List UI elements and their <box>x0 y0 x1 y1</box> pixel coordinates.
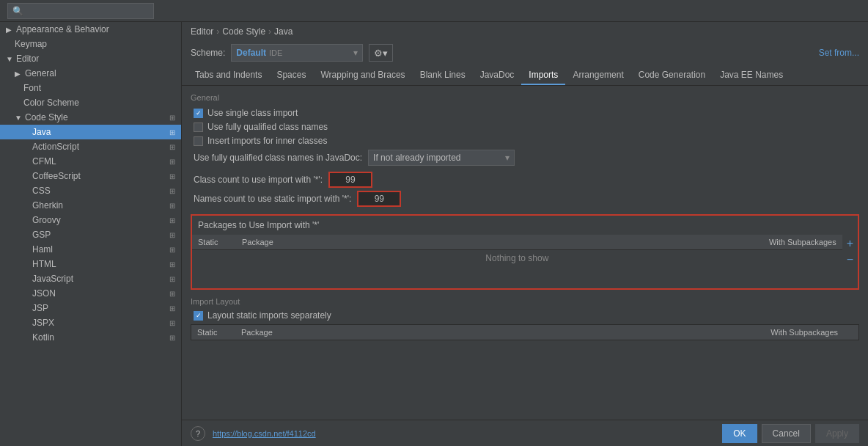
scheme-row: Scheme: Default IDE ▾ ⚙ ▾ Set from... <box>182 41 868 66</box>
sidebar-item-editor[interactable]: ▼ Editor <box>0 51 181 66</box>
sidebar-item-keymap[interactable]: Keymap <box>0 37 181 51</box>
sidebar-item-label: CoffeeScript <box>32 171 81 181</box>
arrow-icon: ▶ <box>15 70 22 78</box>
sidebar-item-jsp[interactable]: JSP ⊞ <box>0 301 181 315</box>
sidebar-item-label: Java <box>32 127 51 137</box>
sidebar-item-general[interactable]: ▶ General <box>0 66 181 81</box>
sidebar-item-groovy[interactable]: Groovy ⊞ <box>0 213 181 227</box>
javadoc-label: Use fully qualified class names in JavaD… <box>194 153 362 163</box>
copy-icon: ⊞ <box>169 275 175 283</box>
breadcrumb-sep1: › <box>216 26 219 37</box>
copy-icon: ⊞ <box>169 114 175 122</box>
sidebar-item-haml[interactable]: Haml ⊞ <box>0 242 181 257</box>
general-section-label: General <box>191 93 859 102</box>
nothing-to-show: Nothing to show <box>192 250 842 267</box>
sidebar-item-label: Keymap <box>15 39 47 49</box>
sidebar-item-label: JSP <box>32 303 48 313</box>
sidebar-item-gherkin[interactable]: Gherkin ⊞ <box>0 198 181 213</box>
copy-icon: ⊞ <box>169 143 175 151</box>
apply-button[interactable]: Apply <box>815 424 859 443</box>
packages-table-main: Static Package With Subpackages Nothing … <box>192 235 842 288</box>
sidebar-item-label: Kotlin <box>32 332 54 343</box>
scheme-gear-button[interactable]: ⚙ ▾ <box>369 44 393 62</box>
tab-tabs-and-indents[interactable]: Tabs and Indents <box>188 66 269 85</box>
gear-icon: ⚙ <box>374 48 383 59</box>
class-count-row: Class count to use import with '*': <box>194 172 859 188</box>
copy-icon: ⊞ <box>169 172 175 180</box>
tab-java-ee-names[interactable]: Java EE Names <box>713 66 790 85</box>
tab-blank-lines[interactable]: Blank Lines <box>413 66 473 85</box>
chevron-down-icon: ▾ <box>353 48 358 58</box>
checkbox-static-separately[interactable] <box>194 311 203 321</box>
tab-javadoc[interactable]: JavaDoc <box>473 66 522 85</box>
names-count-label: Names count to use static import with '*… <box>194 194 351 204</box>
packages-table: Static Package With Subpackages Nothing … <box>192 235 842 266</box>
breadcrumb: Editor › Code Style › Java <box>182 22 868 41</box>
add-package-button[interactable]: + <box>844 236 856 251</box>
set-from-link[interactable]: Set from... <box>819 48 859 58</box>
col-subpackages-header: With Subpackages <box>754 235 842 250</box>
sidebar-item-font[interactable]: Font <box>0 81 181 95</box>
sidebar-item-label: Appearance & Behavior <box>16 24 109 34</box>
checkbox-inner-classes[interactable] <box>194 136 203 146</box>
copy-icon: ⊞ <box>169 231 175 239</box>
class-count-input[interactable] <box>328 172 372 188</box>
ok-button[interactable]: OK <box>722 424 757 443</box>
copy-icon: ⊞ <box>169 260 175 268</box>
sidebar-item-code-style[interactable]: ▼ Code Style ⊞ <box>0 110 181 125</box>
static-separately-label: Layout static imports separately <box>207 310 331 321</box>
sidebar-item-label: Color Scheme <box>23 98 79 108</box>
sidebar-item-jspx[interactable]: JSPX ⊞ <box>0 315 181 330</box>
javadoc-dropdown[interactable]: If not already imported ▾ <box>368 150 515 166</box>
scheme-dropdown[interactable]: Default IDE ▾ <box>231 44 363 62</box>
sidebar-item-appearance[interactable]: ▶ Appearance & Behavior <box>0 22 181 37</box>
checkbox-single-class[interactable] <box>194 109 203 118</box>
tab-wrapping-and-braces[interactable]: Wrapping and Braces <box>313 66 412 85</box>
fully-qualified-label: Use fully qualified class names <box>207 122 328 132</box>
sidebar-item-actionscript[interactable]: ActionScript ⊞ <box>0 139 181 154</box>
settings-content: General Use single class import Use full… <box>182 86 868 420</box>
checkbox-fully-qualified[interactable] <box>194 123 203 132</box>
sidebar-item-cfml[interactable]: CFML ⊞ <box>0 154 181 169</box>
sidebar-item-json[interactable]: JSON ⊞ <box>0 286 181 301</box>
class-count-label: Class count to use import with '*': <box>194 175 323 185</box>
copy-icon: ⊞ <box>169 319 175 327</box>
main-layout: ▶ Appearance & Behavior Keymap ▼ Editor … <box>0 22 868 446</box>
sidebar-item-label: Haml <box>32 244 53 255</box>
col-package-header: Package <box>236 235 754 250</box>
search-box[interactable]: 🔍 <box>7 3 154 19</box>
tab-arrangement[interactable]: Arrangement <box>565 66 630 85</box>
sidebar-item-kotlin[interactable]: Kotlin ⊞ <box>0 330 181 345</box>
checkbox-row-inner-classes: Insert imports for inner classes <box>191 136 859 146</box>
sidebar-item-gsp[interactable]: GSP ⊞ <box>0 227 181 242</box>
sidebar-item-css[interactable]: CSS ⊞ <box>0 183 181 198</box>
sidebar-item-label: JavaScript <box>32 274 73 284</box>
sidebar-item-label: General <box>25 68 56 78</box>
checkbox-row-static-separately: Layout static imports separately <box>191 310 859 321</box>
sidebar-item-java[interactable]: Java ⊞ <box>0 125 181 139</box>
remove-package-button[interactable]: − <box>844 252 856 267</box>
javadoc-select-row: Use fully qualified class names in JavaD… <box>191 150 859 166</box>
checkbox-row-fully-qualified: Use fully qualified class names <box>191 122 859 132</box>
copy-icon: ⊞ <box>169 334 175 342</box>
chevron-down-icon: ▾ <box>505 153 510 163</box>
sidebar-item-html[interactable]: HTML ⊞ <box>0 257 181 271</box>
sidebar-item-coffeescript[interactable]: CoffeeScript ⊞ <box>0 169 181 183</box>
help-button[interactable]: ? <box>191 426 205 441</box>
tab-code-generation[interactable]: Code Generation <box>631 66 713 85</box>
bottom-link: https://blog.csdn.net/f4112cd <box>213 429 316 438</box>
names-count-input[interactable] <box>357 191 401 207</box>
tab-spaces[interactable]: Spaces <box>269 66 313 85</box>
sidebar-item-label: Font <box>23 83 41 93</box>
names-count-row: Names count to use static import with '*… <box>194 191 859 207</box>
content-area: Editor › Code Style › Java Scheme: Defau… <box>182 22 868 446</box>
tab-imports[interactable]: Imports <box>521 66 565 85</box>
copy-icon: ⊞ <box>169 128 175 136</box>
packages-section-header: Packages to Use Import with '*' <box>192 216 858 235</box>
cancel-button[interactable]: Cancel <box>762 424 811 443</box>
sidebar-item-label: HTML <box>32 259 56 269</box>
sidebar-item-javascript[interactable]: JavaScript ⊞ <box>0 271 181 286</box>
table-actions: + − <box>842 235 858 288</box>
number-rows: Class count to use import with '*': Name… <box>191 172 859 207</box>
sidebar-item-color-scheme[interactable]: Color Scheme <box>0 95 181 110</box>
